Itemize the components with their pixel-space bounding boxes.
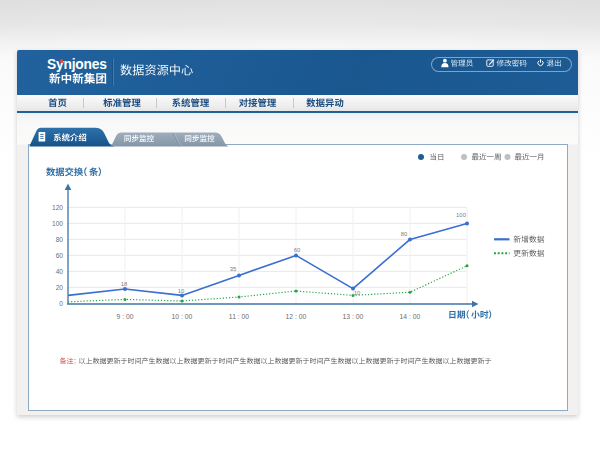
svg-text:14 : 00: 14 : 00 [400, 313, 421, 320]
svg-text:11 : 00: 11 : 00 [229, 313, 250, 320]
svg-text:120: 120 [52, 204, 63, 211]
svg-text:10: 10 [178, 288, 185, 294]
svg-text:20: 20 [56, 284, 64, 291]
svg-text:100: 100 [52, 220, 63, 227]
svg-text:12 : 00: 12 : 00 [286, 313, 307, 320]
svg-text:80: 80 [401, 231, 408, 237]
svg-text:40: 40 [56, 268, 64, 275]
svg-text:35: 35 [230, 266, 237, 272]
svg-text:60: 60 [294, 247, 301, 253]
svg-text:9 : 00: 9 : 00 [116, 313, 133, 320]
svg-text:10 : 00: 10 : 00 [172, 313, 193, 320]
svg-text:100: 100 [456, 212, 467, 218]
svg-text:18: 18 [121, 281, 128, 287]
svg-text:0: 0 [59, 300, 63, 307]
svg-text:10: 10 [354, 290, 361, 296]
svg-text:13 : 00: 13 : 00 [343, 313, 364, 320]
svg-text:60: 60 [56, 252, 64, 259]
svg-text:80: 80 [56, 236, 64, 243]
